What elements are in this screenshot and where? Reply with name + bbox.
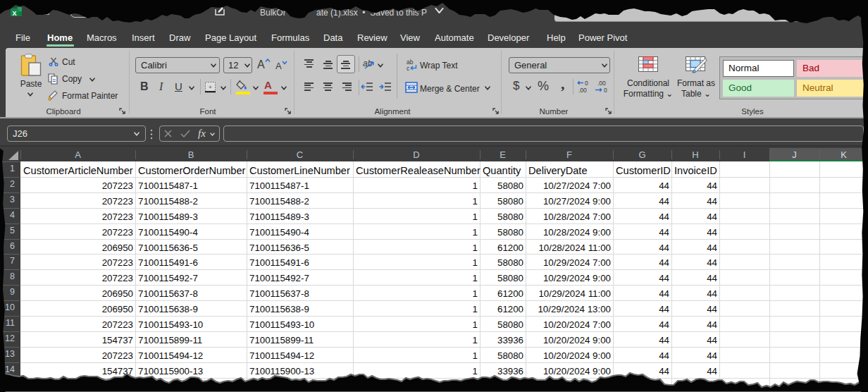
- svg-text:0: 0: [604, 87, 607, 94]
- svg-text:.00: .00: [578, 87, 587, 94]
- svg-text:0: 0: [585, 80, 588, 87]
- svg-text:.00: .00: [597, 80, 606, 87]
- svg-text:c: c: [407, 65, 410, 72]
